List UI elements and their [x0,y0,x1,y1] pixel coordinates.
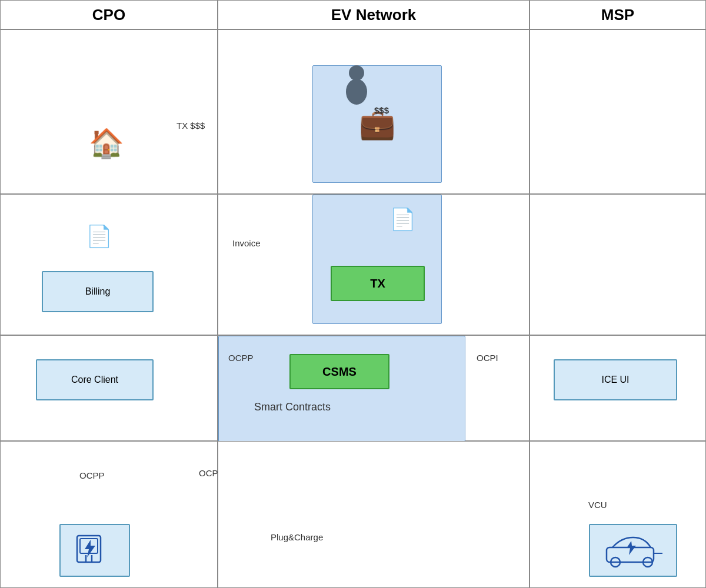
billing-ev-cell: 📄 TX [218,194,530,335]
transactions-cpo-cell: Core Client [0,335,218,441]
ev-car-box [589,524,677,577]
billing-msp-cell [530,194,706,335]
tx-green-box: TX [331,266,425,301]
payments-cpo-cell: 🏠 [0,29,218,194]
svg-marker-42 [85,540,95,557]
billing-cpo-cell: 📄 Billing [0,194,218,335]
doc-icon-cpo: 📄 [86,224,112,249]
ocpp-auth-label: OCPP [79,470,105,480]
auth-ev-cell [218,441,530,588]
plug-charge-label: Plug&Charge [271,532,323,542]
payments-msp-cell [530,29,706,194]
invoice-label: Invoice [232,238,261,248]
charging-station-cpo [59,524,130,577]
header-msp: MSP [530,0,706,29]
ocpp-label-transactions: OCPP [228,353,254,363]
header-cpo: CPO [0,0,218,29]
doc-icon-ev: 📄 [389,207,416,232]
transactions-ev-cell: CSMS Smart Contracts [218,335,530,441]
smart-contracts-panel: CSMS Smart Contracts [218,336,465,442]
svg-point-36 [349,65,364,81]
core-client-box: Core Client [36,359,154,400]
payments-ev-cell: 💼 $$$ [218,29,530,194]
auth-msp-cell [530,441,706,588]
svg-point-37 [346,79,367,105]
smart-contracts-label: Smart Contracts [254,401,331,413]
vcu-label: VCU [588,500,607,510]
billing-box: Billing [42,271,154,312]
dollar-label: $$$ [374,105,389,115]
csms-box: CSMS [289,354,389,389]
ocpi-label: OCPI [477,353,498,363]
header-ev-network: EV Network [218,0,530,29]
transactions-msp-cell: ICE UI [530,335,706,441]
tx-dollar-label: TX $$$ [176,121,205,131]
ice-ui-box: ICE UI [554,359,677,400]
house-icon: 🏠 [89,127,124,160]
billing-ev-panel: 📄 TX [312,195,442,324]
auth-cpo-cell: OCPP [0,441,218,588]
